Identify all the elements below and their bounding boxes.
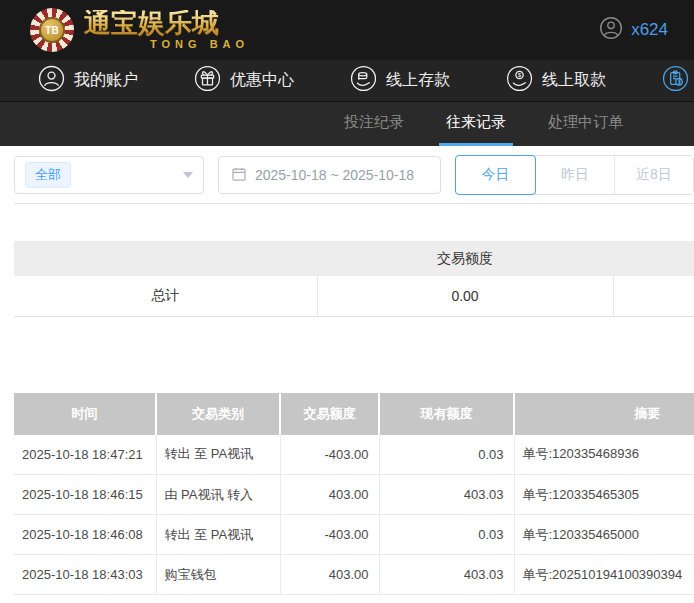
calendar-icon (231, 166, 247, 185)
col-header-balance: 现有额度 (379, 393, 514, 435)
cell-time: 2025-10-18 18:46:08 (14, 515, 156, 555)
site-logo[interactable]: TB 通宝娱乐城 TONG BAO (30, 8, 249, 52)
records-table: 时间 交易类别 交易额度 现有额度 摘要 2025-10-18 18:47:21… (14, 393, 694, 596)
summary-col-header: 交易额度 (317, 241, 613, 276)
cell-balance: 403.03 (379, 475, 514, 515)
cell-balance: 0.03 (379, 515, 514, 555)
col-header-type: 交易类别 (156, 393, 280, 435)
selected-type-tag[interactable]: 全部 (25, 162, 71, 188)
cell-amount: 403.00 (280, 555, 379, 595)
nav-label: 我的账户 (74, 70, 138, 91)
date-range-picker[interactable]: 2025-10-18 ~ 2025-10-18 (218, 156, 441, 194)
summary-table: 交易额度 总计 0.00 (14, 241, 694, 317)
summary-total-row: 总计 0.00 (14, 276, 694, 316)
cell-summary: 单号:120335468936 (514, 435, 694, 475)
cell-balance: 0.03 (379, 435, 514, 475)
poker-chip-logo-icon: TB (30, 8, 74, 52)
nav-label: 线上存款 (386, 70, 450, 91)
last-8-days-button[interactable]: 近8日 (614, 156, 693, 194)
cell-time: 2025-10-18 18:47:21 (14, 435, 156, 475)
yesterday-button[interactable]: 昨日 (535, 156, 614, 194)
nav-item-promotions[interactable]: 优惠中心 (194, 65, 294, 96)
nav-item-transfer-records[interactable]: 往来记录 (662, 65, 694, 96)
nav-item-my-account[interactable]: 我的账户 (38, 65, 138, 96)
tab-betting-records[interactable]: 投注纪录 (337, 102, 411, 146)
summary-total-label: 总计 (14, 276, 317, 316)
transfer-records-icon (662, 65, 689, 96)
type-select[interactable]: 全部 (14, 156, 204, 194)
quick-date-buttons: 今日 昨日 近8日 (455, 155, 694, 195)
divider (14, 203, 694, 204)
filter-bar: 全部 2025-10-18 ~ 2025-10-18 今日 昨日 近8日 (14, 155, 694, 195)
gift-icon (194, 65, 221, 96)
summary-header-row: 交易额度 (14, 241, 694, 276)
date-range-value: 2025-10-18 ~ 2025-10-18 (255, 167, 414, 183)
site-subtitle: TONG BAO (150, 39, 249, 50)
cell-summary: 单号:120335465000 (514, 515, 694, 555)
cell-type: 购宝钱包 (156, 555, 280, 595)
table-row: 2025-10-18 18:43:03 购宝钱包 403.00 403.03 单… (14, 555, 694, 595)
col-header-amount: 交易额度 (280, 393, 379, 435)
cell-summary: 单号:120335465305 (514, 475, 694, 515)
site-title: 通宝娱乐城 (84, 10, 249, 37)
table-row: 2025-10-18 18:47:21 转出 至 PA视讯 -403.00 0.… (14, 435, 694, 475)
cell-amount: -403.00 (280, 515, 379, 555)
top-bar: TB 通宝娱乐城 TONG BAO x624 (0, 0, 694, 60)
table-row: 2025-10-18 18:46:08 转出 至 PA视讯 -403.00 0.… (14, 515, 694, 555)
cell-type: 转出 至 PA视讯 (156, 435, 280, 475)
record-tabs: 投注纪录 往来记录 处理中订单 (0, 102, 694, 146)
svg-text:$: $ (518, 71, 522, 78)
main-nav: 我的账户 优惠中心 线上存款 $ (0, 60, 694, 102)
user-account-area[interactable]: x624 (599, 16, 668, 44)
cell-amount: -403.00 (280, 435, 379, 475)
col-header-time: 时间 (14, 393, 156, 435)
cell-time: 2025-10-18 18:43:03 (14, 555, 156, 595)
deposit-icon (350, 65, 377, 96)
chevron-down-icon (183, 172, 193, 178)
col-header-summary: 摘要 (514, 393, 694, 435)
cell-amount: 403.00 (280, 475, 379, 515)
withdraw-icon: $ (506, 65, 533, 96)
username-text[interactable]: x624 (631, 20, 668, 40)
nav-label: 优惠中心 (230, 70, 294, 91)
cell-type: 转出 至 PA视讯 (156, 515, 280, 555)
tab-transfer-records[interactable]: 往来记录 (439, 102, 513, 146)
summary-total-value: 0.00 (317, 276, 613, 316)
nav-item-deposit[interactable]: 线上存款 (350, 65, 450, 96)
table-row: 2025-10-18 18:46:15 由 PA视讯 转入 403.00 403… (14, 475, 694, 515)
tab-processing-orders[interactable]: 处理中订单 (541, 102, 630, 146)
user-icon (38, 65, 65, 96)
nav-label: 线上取款 (542, 70, 606, 91)
records-header-row: 时间 交易类别 交易额度 现有额度 摘要 (14, 393, 694, 435)
user-avatar-icon (599, 16, 623, 44)
cell-balance: 403.03 (379, 555, 514, 595)
chip-tb-label: TB (39, 17, 65, 43)
today-button[interactable]: 今日 (455, 155, 536, 195)
nav-item-withdraw[interactable]: $ 线上取款 (506, 65, 606, 96)
cell-type: 由 PA视讯 转入 (156, 475, 280, 515)
cell-summary: 单号:202510194100390394 (514, 555, 694, 595)
cell-time: 2025-10-18 18:46:15 (14, 475, 156, 515)
